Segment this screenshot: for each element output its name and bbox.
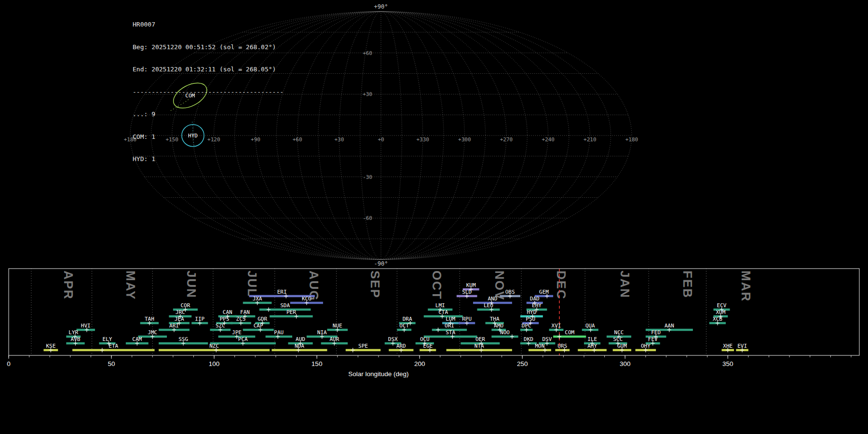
longitude-label: +210 bbox=[583, 136, 597, 143]
meteor-observation-screen: +90°-90°+60+30-30-60+180+150+120+90+60+3… bbox=[0, 0, 868, 434]
shower-label-IIP: IIP bbox=[195, 316, 204, 322]
shower-label-FEV: FEV bbox=[648, 336, 658, 342]
longitude-label: +60 bbox=[293, 136, 302, 143]
shower-label-OHY: OHY bbox=[641, 343, 651, 349]
shower-label-NOO: NOO bbox=[500, 329, 510, 336]
shower-label-NTA: NTA bbox=[475, 343, 484, 349]
month-label-APR: APR bbox=[61, 271, 76, 300]
shower-label-JRC: JRC bbox=[176, 309, 185, 315]
shower-label-LYR: LYR bbox=[68, 329, 78, 336]
count-sporadic: ...: 9 bbox=[133, 110, 284, 118]
shower-label-COM: COM bbox=[565, 329, 574, 336]
latitude-label: +60 bbox=[363, 50, 372, 56]
shower-label-KCG: KCG bbox=[302, 296, 312, 302]
pole-label-north: +90° bbox=[374, 3, 388, 10]
shower-label-XUM: XUM bbox=[716, 309, 725, 315]
month-label-JAN: JAN bbox=[618, 271, 632, 298]
shower-label-DAD: DAD bbox=[530, 296, 540, 302]
shower-label-LEO: LEO bbox=[484, 302, 493, 309]
shower-label-CAN: CAN bbox=[223, 309, 232, 315]
shower-label-LMI: LMI bbox=[435, 302, 445, 309]
shower-label-OCT: OCT bbox=[399, 323, 409, 329]
shower-label-MON: MON bbox=[535, 343, 544, 349]
shower-label-HVI: HVI bbox=[81, 323, 91, 329]
shower-label-RPU: RPU bbox=[462, 316, 472, 322]
shower-label-SZC: SZC bbox=[216, 323, 225, 329]
shower-label-XCB: XCB bbox=[713, 316, 722, 322]
shower-label-SDA: SDA bbox=[280, 302, 290, 309]
shower-label-QUA: QUA bbox=[585, 323, 595, 329]
month-label-MAR: MAR bbox=[739, 271, 753, 302]
shower-label-KSE: KSE bbox=[46, 343, 55, 349]
month-label-FEB: FEB bbox=[680, 271, 695, 298]
x-tick-label: 100 bbox=[209, 360, 220, 367]
shower-label-DSV: DSV bbox=[542, 336, 552, 342]
count-hyd: HYD: 1 bbox=[133, 155, 284, 163]
shower-label-ORI: ORI bbox=[445, 323, 454, 329]
longitude-label: +30 bbox=[334, 136, 344, 143]
shower-label-XHE: XHE bbox=[723, 343, 732, 349]
month-label-JUN: JUN bbox=[184, 271, 199, 298]
shower-label-XVI: XVI bbox=[552, 323, 561, 329]
x-tick-label: 300 bbox=[620, 360, 631, 367]
shower-label-EHY: EHY bbox=[532, 302, 542, 309]
longitude-label: +330 bbox=[416, 136, 429, 143]
shower-label-JEA: JEA bbox=[175, 316, 184, 322]
shower-label-COR: COR bbox=[180, 302, 190, 309]
shower-label-ILE: ILE bbox=[587, 336, 597, 342]
count-com: COM: 1 bbox=[133, 133, 284, 141]
shower-label-NUE: NUE bbox=[333, 323, 342, 329]
shower-label-TAH: TAH bbox=[145, 316, 154, 322]
shower-label-OCU: OCU bbox=[420, 336, 430, 342]
shower-label-LUM: LUM bbox=[446, 316, 455, 322]
shower-label-JPE: JPE bbox=[232, 329, 242, 336]
shower-label-EVI: EVI bbox=[737, 343, 747, 349]
shower-label-DSX: DSX bbox=[388, 336, 398, 342]
shower-label-OER: OER bbox=[475, 336, 485, 342]
longitude-label: +180 bbox=[625, 136, 638, 143]
shower-label-HYD: HYD bbox=[527, 309, 536, 315]
latitude-label: -30 bbox=[363, 174, 372, 180]
shower-label-AAN: AAN bbox=[665, 323, 674, 329]
month-label-JUL: JUL bbox=[245, 271, 259, 297]
shower-label-URS: URS bbox=[557, 343, 567, 349]
shower-label-STA: STA bbox=[446, 329, 455, 336]
shower-label-SSG: SSG bbox=[178, 336, 188, 342]
shower-label-AMO: AMO bbox=[494, 323, 503, 329]
shower-label-JMC: JMC bbox=[148, 329, 157, 336]
shower-label-NDA: NDA bbox=[295, 343, 304, 349]
shower-label-ARI: ARI bbox=[169, 323, 179, 329]
shower-label-SCC: SCC bbox=[613, 336, 623, 342]
shower-label-THA: THA bbox=[490, 316, 500, 322]
shower-label-PER: PER bbox=[286, 309, 296, 315]
shower-label-JXA: JXA bbox=[253, 296, 262, 302]
activity-timeline: APRMAYJUNJULAUGSEPOCTNOVDECJANFEBMARKUME… bbox=[7, 269, 859, 378]
shower-label-CAP: CAP bbox=[254, 323, 263, 329]
shower-label-FAN: FAN bbox=[240, 309, 250, 315]
latitude-label: -60 bbox=[363, 215, 372, 221]
x-tick-label: 350 bbox=[722, 360, 733, 367]
month-label-SEP: SEP bbox=[368, 271, 382, 298]
shower-label-NCC: NCC bbox=[614, 329, 624, 336]
shower-label-PCA: PCA bbox=[238, 336, 248, 342]
shower-label-ELY: ELY bbox=[103, 336, 112, 342]
shower-label-ARD: ARD bbox=[396, 343, 406, 349]
latitude-label: +30 bbox=[363, 91, 372, 97]
month-label-DEC: DEC bbox=[554, 271, 569, 300]
shower-label-CTA: CTA bbox=[438, 309, 448, 315]
month-label-OCT: OCT bbox=[430, 271, 444, 300]
shower-label-SLD: SLD bbox=[462, 289, 472, 295]
shower-label-DRA: DRA bbox=[403, 316, 412, 322]
shower-label-ECV: ECV bbox=[717, 302, 727, 309]
shower-label-DPC: DPC bbox=[522, 323, 531, 329]
begin-time: Beg: 20251220 00:51:52 (sol = 268.02°) bbox=[133, 43, 284, 51]
shower-label-DKD: DKD bbox=[524, 336, 533, 342]
sky-map-and-activity-chart: +90°-90°+60+30-30-60+180+150+120+90+60+3… bbox=[0, 0, 868, 434]
shower-label-GEM: GEM bbox=[539, 289, 549, 295]
shower-label-ETA: ETA bbox=[108, 343, 118, 349]
shower-label-EGE: EGE bbox=[423, 343, 433, 349]
shower-label-AHY: AHY bbox=[587, 343, 597, 349]
observation-header: HR0007 Beg: 20251220 00:51:52 (sol = 268… bbox=[133, 6, 284, 178]
shower-label-ZCS: ZCS bbox=[236, 316, 246, 322]
x-tick-label: 200 bbox=[414, 360, 425, 367]
